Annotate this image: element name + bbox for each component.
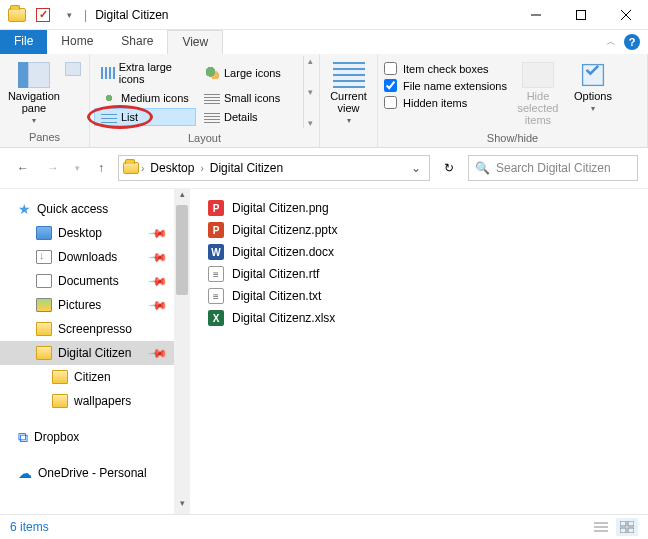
item-checkboxes-toggle[interactable]: Item check boxes	[384, 62, 507, 75]
qat-folder-button[interactable]	[6, 4, 28, 26]
svg-rect-4	[583, 65, 604, 86]
item-checkboxes-checkbox[interactable]	[384, 62, 397, 75]
onedrive-icon: ☁	[18, 465, 32, 481]
tree-desktop[interactable]: Desktop📌	[0, 221, 174, 245]
tree-digital-citizen[interactable]: Digital Citizen📌	[0, 341, 174, 365]
file-item[interactable]: ≡Digital Citizen.txt	[208, 285, 648, 307]
hide-items-icon	[522, 62, 554, 88]
breadcrumb-digital-citizen[interactable]: Digital Citizen	[206, 161, 287, 175]
layout-gallery-scroll[interactable]: ▴▾▾	[303, 56, 317, 128]
pin-icon: 📌	[149, 223, 170, 244]
panes-split-button[interactable]	[64, 58, 83, 125]
tree-documents[interactable]: Documents📌	[0, 269, 174, 293]
help-button[interactable]: ?	[624, 34, 640, 50]
documents-icon	[36, 274, 52, 288]
chevron-right-icon[interactable]: ›	[141, 163, 144, 174]
up-button[interactable]: ↑	[88, 155, 114, 181]
file-name: Digital Citizen.png	[232, 201, 329, 215]
file-item[interactable]: PDigital Citizen.png	[208, 197, 648, 219]
layout-details[interactable]: Details	[197, 108, 299, 126]
hide-selected-items-button[interactable]: Hide selected items	[509, 58, 567, 126]
current-view-button[interactable]: Current view ▾	[326, 58, 371, 125]
layout-medium-icons[interactable]: Medium icons	[94, 89, 196, 107]
ribbon-group-showhide: Item check boxes File name extensions Hi…	[378, 54, 648, 147]
title-separator: |	[84, 8, 87, 22]
dropbox-icon: ⧉	[18, 429, 28, 446]
search-icon: 🔍	[475, 161, 490, 175]
scroll-up-icon[interactable]: ▴	[174, 189, 190, 205]
search-box[interactable]: 🔍 Search Digital Citizen	[468, 155, 638, 181]
maximize-button[interactable]	[558, 0, 603, 30]
file-item[interactable]: WDigital Citizen.docx	[208, 241, 648, 263]
navigation-pane-icon	[18, 62, 50, 88]
minimize-button[interactable]	[513, 0, 558, 30]
hidden-items-toggle[interactable]: Hidden items	[384, 96, 507, 109]
tree-pictures[interactable]: Pictures📌	[0, 293, 174, 317]
file-list[interactable]: PDigital Citizen.pngPDigital Citizenz.pp…	[190, 189, 648, 514]
file-item[interactable]: XDigital Citizenz.xlsx	[208, 307, 648, 329]
pin-icon: 📌	[149, 343, 170, 364]
details-view-toggle[interactable]	[590, 518, 612, 536]
close-button[interactable]	[603, 0, 648, 30]
layout-list[interactable]: List	[94, 108, 196, 126]
chevron-right-icon[interactable]: ›	[200, 163, 203, 174]
svg-rect-9	[628, 521, 634, 526]
file-name: Digital Citizenz.pptx	[232, 223, 337, 237]
tree-dropbox[interactable]: ⧉Dropbox	[0, 425, 174, 449]
downloads-icon	[36, 250, 52, 264]
folder-icon	[36, 322, 52, 336]
hidden-items-checkbox[interactable]	[384, 96, 397, 109]
status-bar: 6 items	[0, 514, 648, 538]
icons-view-toggle[interactable]	[616, 518, 638, 536]
tree-quick-access[interactable]: ★Quick access	[0, 197, 174, 221]
group-label-showhide: Show/hide	[378, 130, 647, 148]
forward-button[interactable]: →	[40, 155, 66, 181]
txt-file-icon: ≡	[208, 288, 224, 304]
folder-icon	[8, 8, 26, 22]
large-icon	[204, 67, 220, 79]
address-box[interactable]: › Desktop › Digital Citizen ⌄	[118, 155, 430, 181]
tree-screenpresso[interactable]: Screenpresso	[0, 317, 174, 341]
scroll-thumb[interactable]	[176, 205, 188, 295]
qat-dropdown[interactable]: ▾	[58, 4, 80, 26]
tab-file[interactable]: File	[0, 30, 47, 54]
tab-home[interactable]: Home	[47, 30, 107, 54]
svg-rect-11	[628, 528, 634, 533]
tree-downloads[interactable]: Downloads📌	[0, 245, 174, 269]
file-extensions-toggle[interactable]: File name extensions	[384, 79, 507, 92]
tree-wallpapers[interactable]: wallpapers	[0, 389, 174, 413]
refresh-button[interactable]: ↻	[434, 155, 464, 181]
tab-view[interactable]: View	[167, 30, 223, 54]
svg-rect-1	[576, 10, 585, 19]
back-button[interactable]: ←	[10, 155, 36, 181]
showhide-checklist: Item check boxes File name extensions Hi…	[384, 58, 507, 126]
rtf-file-icon: ≡	[208, 266, 224, 282]
main-content: ★Quick access Desktop📌 Downloads📌 Docume…	[0, 188, 648, 514]
file-item[interactable]: ≡Digital Citizen.rtf	[208, 263, 648, 285]
options-button[interactable]: Options ▾	[569, 58, 617, 126]
layout-large-icons[interactable]: Large icons	[197, 58, 299, 88]
layout-small-icons[interactable]: Small icons	[197, 89, 299, 107]
layout-extra-large-icons[interactable]: Extra large icons	[94, 58, 196, 88]
qat-properties-button[interactable]: ✓	[32, 4, 54, 26]
png-file-icon: P	[208, 200, 224, 216]
tree-citizen[interactable]: Citizen	[0, 365, 174, 389]
file-item[interactable]: PDigital Citizenz.pptx	[208, 219, 648, 241]
breadcrumb-desktop[interactable]: Desktop	[146, 161, 198, 175]
collapse-ribbon-button[interactable]: ︿	[606, 35, 616, 49]
group-label-panes: Panes	[0, 129, 89, 147]
file-extensions-checkbox[interactable]	[384, 79, 397, 92]
recent-locations-button[interactable]: ▾	[70, 155, 84, 181]
scroll-down-icon[interactable]: ▾	[174, 498, 190, 514]
pictures-icon	[36, 298, 52, 312]
tree-onedrive[interactable]: ☁OneDrive - Personal	[0, 461, 174, 485]
address-dropdown[interactable]: ⌄	[407, 161, 425, 175]
tab-share[interactable]: Share	[107, 30, 167, 54]
status-item-count: 6 items	[10, 520, 49, 534]
folder-icon	[52, 370, 68, 384]
navigation-pane-button[interactable]: Navigation pane ▾	[6, 58, 62, 125]
ribbon-group-current-view: Current view ▾	[320, 54, 378, 147]
navigation-pane-label: Navigation pane	[8, 90, 60, 114]
tree-scrollbar[interactable]: ▴ ▾	[174, 189, 190, 514]
title-bar: ✓ ▾ | Digital Citizen	[0, 0, 648, 30]
